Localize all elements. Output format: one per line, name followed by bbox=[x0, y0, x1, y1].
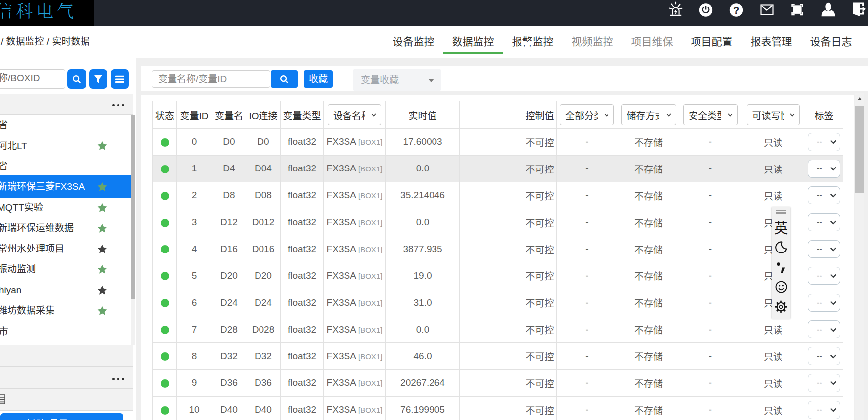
svg-text:?: ? bbox=[733, 5, 739, 16]
